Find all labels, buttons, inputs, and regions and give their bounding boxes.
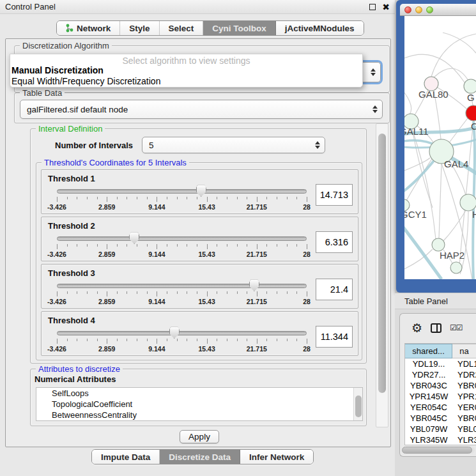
tick-mark bbox=[277, 244, 277, 247]
close-icon[interactable]: ✖ bbox=[382, 4, 390, 10]
dropdown-item-manual[interactable]: Manual Discretization bbox=[10, 65, 362, 76]
network-node[interactable] bbox=[464, 79, 476, 93]
number-of-intervals-combobox[interactable]: 5 bbox=[142, 137, 325, 153]
threshold-3-value-field[interactable]: 21.4 bbox=[316, 279, 353, 300]
column-header-name[interactable]: na bbox=[452, 344, 476, 358]
gear-icon[interactable]: ⚙ bbox=[411, 322, 422, 334]
table-row[interactable]: YBR045CYBR0 bbox=[405, 413, 476, 424]
tick-label: 21.715 bbox=[247, 345, 267, 353]
cell-shared-name: YPR145W bbox=[405, 391, 452, 402]
slider-thumb[interactable] bbox=[129, 232, 139, 244]
tick-label: 28 bbox=[303, 250, 311, 258]
cyni-toolbox-panel: Discretization Algorithm Table Data galF… bbox=[5, 38, 391, 447]
tick-mark bbox=[77, 339, 77, 341]
table-row[interactable]: YDL19...YDL1 bbox=[405, 358, 476, 369]
threshold-2-slider[interactable]: -3.4262.8599.14415.4321.71528 bbox=[57, 231, 307, 259]
tab-impute-data[interactable]: Impute Data bbox=[92, 450, 160, 464]
control-panel: Control Panel ✖ NetworkStyleSelectCyni T… bbox=[0, 0, 395, 476]
attribute-list-item[interactable]: TopologicalCoefficient bbox=[36, 399, 362, 410]
threshold-1-slider[interactable]: -3.4262.8599.14415.4321.71528 bbox=[57, 184, 307, 212]
table-row[interactable]: YER054CYER0 bbox=[405, 402, 476, 413]
scrollbar-thumb[interactable] bbox=[402, 447, 472, 454]
threshold-2-value-field[interactable]: 6.316 bbox=[316, 231, 353, 253]
minimize-traffic-light-icon[interactable] bbox=[415, 6, 422, 13]
tick-mark bbox=[217, 291, 217, 294]
table-horizontal-scrollbar[interactable] bbox=[402, 447, 475, 454]
tick-mark bbox=[177, 339, 178, 341]
apply-button[interactable]: Apply bbox=[180, 430, 219, 443]
list-scrollbar[interactable] bbox=[353, 388, 362, 420]
tick-mark bbox=[127, 244, 127, 247]
threshold-1-value-field[interactable]: 14.713 bbox=[316, 184, 353, 206]
close-traffic-light-icon[interactable] bbox=[404, 6, 411, 13]
tick-label: 15.43 bbox=[198, 250, 215, 258]
tab-jactivemnodules[interactable]: jActiveMNodules bbox=[276, 21, 364, 35]
network-edge-thick[interactable] bbox=[404, 226, 441, 279]
tab-discretize-data[interactable]: Discretize Data bbox=[160, 450, 240, 464]
settings-scrollbar[interactable] bbox=[376, 123, 388, 427]
tab-cyni-toolbox[interactable]: Cyni Toolbox bbox=[203, 21, 276, 35]
network-node[interactable] bbox=[450, 262, 462, 273]
network-node-label: HAP2 bbox=[440, 250, 464, 261]
cell-name: YBL0 bbox=[452, 424, 476, 434]
slider-track[interactable] bbox=[57, 236, 307, 241]
network-edge[interactable] bbox=[431, 34, 476, 77]
numerical-attributes-list[interactable]: SelfLoopsTopologicalCoefficientBetweenne… bbox=[36, 387, 363, 421]
table-row[interactable]: YLR345WYLR3 bbox=[405, 434, 476, 445]
tick-mark bbox=[197, 291, 197, 294]
attribute-list-item[interactable]: BetweennessCentrality bbox=[36, 410, 362, 420]
slider-track[interactable] bbox=[57, 189, 307, 194]
float-window-icon[interactable] bbox=[369, 4, 376, 10]
cell-name: YDR2 bbox=[452, 369, 476, 380]
tick-mark bbox=[67, 291, 68, 294]
checkbox-icon[interactable]: ☑☑ bbox=[450, 323, 463, 332]
slider-thumb[interactable] bbox=[196, 185, 206, 197]
tick-mark bbox=[127, 291, 127, 294]
tick-mark bbox=[247, 291, 247, 294]
group-legend: Interval Definition bbox=[36, 124, 105, 134]
tab-select[interactable]: Select bbox=[160, 21, 204, 35]
slider-thumb[interactable] bbox=[169, 326, 180, 339]
slider-track[interactable] bbox=[57, 331, 307, 335]
table-row[interactable]: YPR145WYPR1 bbox=[405, 391, 476, 402]
tab-style[interactable]: Style bbox=[120, 21, 159, 35]
group-legend: Attributes to discretize bbox=[36, 364, 123, 374]
tick-mark bbox=[107, 197, 107, 202]
tab-infer-network[interactable]: Infer Network bbox=[240, 450, 313, 464]
network-edge[interactable] bbox=[439, 164, 441, 238]
tab-label: Impute Data bbox=[101, 452, 150, 462]
network-edge[interactable] bbox=[434, 68, 468, 81]
cell-shared-name: YBR043C bbox=[405, 380, 452, 391]
dropdown-placeholder-item[interactable]: Select algorithm to view settings bbox=[10, 54, 362, 65]
network-node[interactable] bbox=[432, 238, 445, 251]
table-data-combobox[interactable]: galFiltered.sif default node bbox=[20, 100, 383, 119]
column-header-shared-name[interactable]: shared... bbox=[405, 344, 452, 358]
tick-mark bbox=[87, 244, 88, 247]
table-row[interactable]: YBR043CYBR0 bbox=[405, 380, 476, 391]
tab-network[interactable]: Network bbox=[57, 21, 120, 35]
network-edge[interactable] bbox=[443, 33, 476, 53]
cell-name: YER0 bbox=[452, 402, 476, 413]
slider-thumb[interactable] bbox=[249, 279, 259, 291]
tick-mark bbox=[157, 339, 157, 344]
network-canvas[interactable]: GAL80GCGAL11GAL4GCY1HHAP2 bbox=[404, 16, 476, 279]
tick-mark bbox=[127, 197, 127, 199]
threshold-3-slider[interactable]: -3.4262.8599.14415.4321.71528 bbox=[57, 279, 307, 307]
scrollbar-thumb[interactable] bbox=[378, 134, 386, 393]
scrollbar-thumb[interactable] bbox=[355, 395, 362, 417]
tick-mark bbox=[257, 339, 257, 344]
tick-mark bbox=[227, 244, 227, 247]
threshold-4-slider[interactable]: -3.4262.8599.14415.4321.71528 bbox=[57, 326, 307, 354]
table-data-group: Table Data galFiltered.sif default node bbox=[14, 93, 390, 123]
columns-icon[interactable] bbox=[431, 323, 441, 333]
dropdown-item-equal-width[interactable]: Equal Width/Frequency Discretization bbox=[10, 76, 362, 87]
attribute-list-item[interactable]: SelfLoops bbox=[36, 388, 362, 399]
threshold-4-value-field[interactable]: 11.344 bbox=[316, 326, 353, 348]
table-panel-title: Table Panel bbox=[404, 296, 448, 306]
table-row[interactable]: YDR27...YDR2 bbox=[405, 369, 476, 380]
tick-mark bbox=[77, 291, 77, 294]
zoom-traffic-light-icon[interactable] bbox=[426, 6, 433, 13]
slider-track[interactable] bbox=[57, 284, 307, 288]
table-row[interactable]: YBL079WYBL0 bbox=[405, 424, 476, 434]
network-edge[interactable] bbox=[404, 93, 411, 114]
